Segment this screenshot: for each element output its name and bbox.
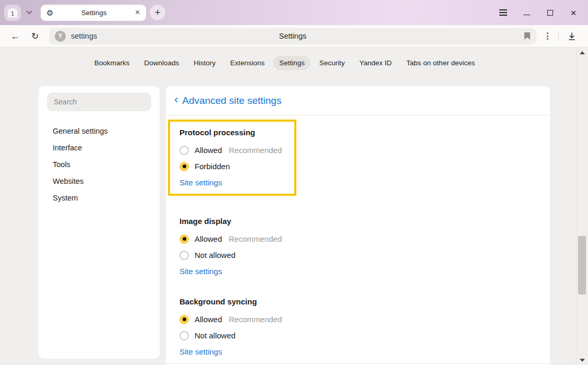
maximize-button[interactable] [546, 8, 554, 17]
tab-counter-badge: 1 [8, 8, 18, 18]
browser-tab-settings[interactable]: ⚙ Settings × [41, 5, 146, 21]
reload-button[interactable]: ↻ [27, 31, 43, 42]
main-header: ‹ Advanced site settings [166, 86, 550, 115]
section-title: Background syncing [179, 297, 550, 306]
minimize-button[interactable] [522, 8, 531, 17]
nav-tab-tabs-on-other-devices[interactable]: Tabs on other devices [401, 56, 481, 70]
option-label: Allowed [195, 315, 222, 324]
chevron-down-icon [26, 10, 32, 15]
url-text: settings [71, 32, 97, 40]
settings-sections: Protocol processingAllowedRecommendedFor… [166, 115, 550, 357]
section-background-syncing: Background syncingAllowedRecommendedNot … [166, 297, 550, 357]
gear-icon: ⚙ [46, 9, 53, 17]
new-tab-button[interactable]: + [150, 5, 165, 20]
scrollbar-down-arrow[interactable] [580, 359, 585, 362]
scrollbar[interactable] [576, 48, 588, 365]
plus-icon: + [154, 7, 160, 18]
settings-main-panel: ‹ Advanced site settings Protocol proces… [166, 86, 550, 365]
window-controls: × [499, 8, 588, 17]
option-image-display-allowed[interactable]: AllowedRecommended [179, 231, 550, 247]
option-label: Not allowed [195, 331, 235, 340]
sidebar-item-tools[interactable]: Tools [39, 156, 160, 173]
radio-selected-icon[interactable] [179, 234, 189, 244]
protect-icon[interactable]: Y [55, 31, 66, 42]
toolbar-divider [558, 31, 559, 41]
radio-selected-icon[interactable] [179, 315, 189, 324]
option-label: Forbidden [195, 162, 230, 171]
option-label: Not allowed [195, 251, 235, 260]
tab-close-icon[interactable]: × [135, 8, 140, 17]
back-arrow-icon: ← [10, 31, 20, 41]
settings-sidebar: General settingsInterfaceToolsWebsitesSy… [39, 86, 160, 359]
browser-menu-button[interactable] [499, 8, 507, 17]
address-bar-page-title: Settings [49, 32, 536, 40]
option-protocol-processing-allowed[interactable]: AllowedRecommended [179, 142, 285, 158]
bookmark-icon [524, 32, 531, 40]
scrollbar-thumb[interactable] [578, 236, 586, 295]
nav-tab-downloads[interactable]: Downloads [138, 56, 185, 70]
section-title: Image display [179, 217, 550, 226]
option-background-syncing-allowed[interactable]: AllowedRecommended [179, 311, 550, 327]
chevron-left-icon[interactable]: ‹ [172, 94, 181, 107]
page-content: BookmarksDownloadsHistoryExtensionsSetti… [0, 48, 588, 365]
nav-tab-settings[interactable]: Settings [273, 56, 310, 70]
menu-icon [499, 9, 507, 15]
minimize-icon [523, 15, 530, 16]
extensions-menu-button[interactable] [541, 32, 554, 40]
radio-unselected-icon[interactable] [179, 251, 189, 260]
option-label: Allowed [195, 234, 222, 243]
kebab-icon [547, 32, 548, 34]
option-protocol-processing-forbidden[interactable]: Forbidden [179, 158, 285, 174]
recommended-badge: Recommended [229, 234, 282, 243]
reload-icon: ↻ [31, 31, 39, 41]
sidebar-items: General settingsInterfaceToolsWebsitesSy… [39, 123, 160, 206]
section-protocol-processing: Protocol processingAllowedRecommendedFor… [168, 120, 296, 196]
radio-unselected-icon[interactable] [179, 146, 189, 155]
recommended-badge: Recommended [229, 146, 282, 155]
site-settings-link[interactable]: Site settings [179, 267, 222, 276]
search-input[interactable] [47, 92, 151, 111]
address-bar[interactable]: Y settings Settings [49, 28, 536, 44]
sidebar-item-system[interactable]: System [39, 190, 160, 206]
advanced-site-settings-link[interactable]: Advanced site settings [182, 95, 281, 107]
nav-tab-extensions[interactable]: Extensions [224, 56, 270, 70]
titlebar: 1 ⚙ Settings × + × [0, 0, 588, 25]
recommended-badge: Recommended [229, 315, 282, 324]
sidebar-item-websites[interactable]: Websites [39, 173, 160, 190]
sidebar-item-interface[interactable]: Interface [39, 139, 160, 156]
tab-title: Settings [53, 9, 134, 17]
option-background-syncing-not-allowed[interactable]: Not allowed [179, 327, 550, 344]
toolbar: ← ↻ Y settings Settings [0, 25, 588, 48]
site-settings-link[interactable]: Site settings [179, 178, 222, 187]
nav-tab-security[interactable]: Security [314, 56, 351, 70]
back-button[interactable]: ← [7, 31, 23, 42]
option-label: Allowed [195, 146, 222, 155]
nav-tab-bookmarks[interactable]: Bookmarks [89, 56, 136, 70]
download-icon [568, 32, 576, 41]
radio-unselected-icon[interactable] [179, 331, 189, 340]
option-image-display-not-allowed[interactable]: Not allowed [179, 247, 550, 263]
downloads-button[interactable] [563, 32, 581, 41]
nav-tab-history[interactable]: History [188, 56, 221, 70]
close-window-button[interactable]: × [569, 8, 578, 17]
nav-tabs: BookmarksDownloadsHistoryExtensionsSetti… [0, 48, 588, 70]
section-image-display: Image displayAllowedRecommendedNot allow… [166, 217, 550, 276]
scrollbar-up-arrow[interactable] [580, 51, 585, 54]
site-settings-link[interactable]: Site settings [179, 347, 222, 356]
browser-window: 1 ⚙ Settings × + × [0, 0, 588, 365]
maximize-icon [547, 10, 553, 16]
tab-counter-button[interactable]: 1 [4, 5, 21, 21]
nav-tab-yandex-id[interactable]: Yandex ID [354, 56, 398, 70]
close-icon: × [570, 8, 576, 18]
radio-selected-icon[interactable] [179, 162, 189, 171]
tab-list-chevron-button[interactable] [22, 5, 37, 21]
bookmark-button[interactable] [524, 32, 531, 40]
section-title: Protocol processing [179, 128, 285, 137]
sidebar-item-general-settings[interactable]: General settings [39, 123, 160, 139]
